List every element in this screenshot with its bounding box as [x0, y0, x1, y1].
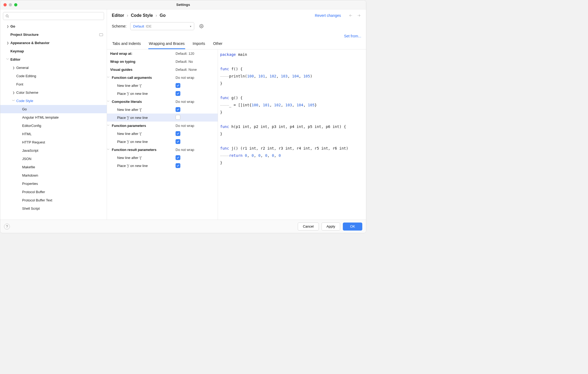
checkbox[interactable] [176, 155, 180, 160]
search-input-wrap[interactable] [3, 12, 104, 20]
chevron-icon: ﹀ [12, 99, 15, 103]
checkbox[interactable] [176, 83, 180, 88]
sidebar-item[interactable]: Properties [0, 180, 107, 188]
chevron-down-icon: ﹀ [107, 100, 110, 103]
breadcrumb-item[interactable]: Editor [112, 13, 124, 18]
sidebar-item-label: Appearance & Behavior [10, 41, 50, 45]
setting-row[interactable]: New line after '(' [107, 130, 218, 138]
setting-row[interactable]: Place ')' on new line [107, 89, 218, 98]
setting-row[interactable]: ﹀Function parametersDo not wrap [107, 122, 218, 130]
apply-button[interactable]: Apply [321, 223, 340, 231]
sidebar-item[interactable]: Project Structure [0, 30, 107, 39]
sidebar-item-label: Code Style [16, 99, 33, 103]
help-button[interactable]: ? [4, 224, 10, 229]
sidebar-item[interactable]: ﹀Editor [0, 55, 107, 64]
setting-name: Wrap on typing [110, 60, 135, 64]
breadcrumb-item[interactable]: Code Style [131, 13, 153, 18]
content-header: Editor › Code Style › Go Revert changes [107, 9, 366, 20]
setting-value[interactable]: Default: No [176, 60, 193, 64]
breadcrumb: Editor › Code Style › Go [112, 13, 166, 18]
sidebar-item[interactable]: ❯Go [0, 22, 107, 30]
titlebar: Settings [0, 0, 366, 9]
chevron-icon: ﹀ [6, 57, 9, 62]
setting-row[interactable]: New line after '{' [107, 106, 218, 114]
tab[interactable]: Other [213, 39, 223, 49]
sidebar-item[interactable]: HTTP Request [0, 138, 107, 146]
cancel-button[interactable]: Cancel [298, 223, 319, 231]
sidebar-item[interactable]: Shell Script [0, 204, 107, 213]
sidebar-item[interactable]: Keymap [0, 47, 107, 55]
search-input[interactable] [10, 14, 102, 18]
scheme-gear-button[interactable] [198, 23, 205, 30]
set-from-link[interactable]: Set from... [344, 34, 361, 38]
sidebar-item[interactable]: Protocol Buffer Text [0, 196, 107, 204]
sidebar-item[interactable]: Protocol Buffer [0, 188, 107, 196]
checkbox[interactable] [176, 115, 180, 120]
sidebar-item[interactable]: ❯General [0, 64, 107, 72]
setting-name: New line after '(' [117, 84, 142, 88]
setting-row[interactable]: New line after '(' [107, 154, 218, 162]
sidebar-item[interactable]: HTML [0, 130, 107, 138]
nav-back-icon[interactable] [348, 14, 353, 17]
setting-name: Visual guides [110, 68, 133, 72]
setting-value[interactable]: Default: None [176, 68, 197, 72]
sidebar-item-label: Go [22, 107, 27, 111]
setting-row[interactable]: Place ')' on new line [107, 138, 218, 146]
setting-row[interactable]: ﹀Composite literalsDo not wrap [107, 98, 218, 106]
setting-row[interactable]: ﹀Function result parametersDo not wrap [107, 146, 218, 154]
nav-forward-icon[interactable] [356, 14, 361, 17]
setting-row[interactable]: Hard wrap at:Default: 120 [107, 49, 218, 57]
sidebar-item[interactable]: Markdown [0, 171, 107, 180]
setting-row[interactable]: Place '}' on new line [107, 114, 218, 122]
chevron-down-icon: ﹀ [107, 124, 110, 127]
sidebar-item[interactable]: ❯Color Scheme [0, 88, 107, 97]
tab[interactable]: Wrapping and Braces [148, 39, 185, 49]
checkbox[interactable] [176, 91, 180, 96]
setting-row[interactable]: New line after '(' [107, 81, 218, 89]
revert-changes-link[interactable]: Revert changes [315, 13, 341, 18]
setting-value[interactable]: Do not wrap [176, 124, 194, 128]
checkbox[interactable] [176, 107, 180, 112]
checkbox[interactable] [176, 131, 180, 136]
sidebar-item-label: Font [16, 82, 23, 86]
setting-name: Function result parameters [112, 148, 157, 152]
sidebar-item[interactable]: Code Editing [0, 72, 107, 80]
checkbox[interactable] [176, 139, 180, 144]
gear-icon [199, 24, 204, 28]
sidebar-item[interactable]: JSON [0, 155, 107, 163]
sidebar-item[interactable]: Go [0, 105, 107, 113]
chevron-icon: ❯ [12, 66, 15, 69]
sidebar-item[interactable]: EditorConfig [0, 122, 107, 130]
ok-button[interactable]: OK [343, 223, 362, 231]
sidebar-item[interactable]: JavaScript [0, 146, 107, 155]
sidebar-item[interactable]: ﹀Code Style [0, 97, 107, 105]
setting-value[interactable]: Default: 120 [176, 52, 194, 56]
scheme-select[interactable]: Default IDE ▾ [130, 22, 194, 30]
setting-row[interactable]: Visual guidesDefault: None [107, 65, 218, 73]
chevron-down-icon: ﹀ [107, 148, 110, 151]
breadcrumb-item[interactable]: Go [160, 13, 166, 18]
sidebar-item[interactable]: Makefile [0, 163, 107, 171]
sidebar-item-label: Project Structure [10, 33, 38, 37]
sidebar-item-label: EditorConfig [22, 124, 41, 128]
setting-row[interactable]: Place ')' on new line [107, 162, 218, 170]
sidebar-item[interactable]: Angular HTML template [0, 113, 107, 122]
chevron-icon: ❯ [12, 91, 15, 94]
setting-row[interactable]: Wrap on typingDefault: No [107, 57, 218, 65]
sidebar-item[interactable]: ❯Appearance & Behavior [0, 39, 107, 47]
sidebar-item-label: Color Scheme [16, 91, 38, 95]
chevron-down-icon: ▾ [190, 25, 191, 28]
sidebar-item-label: Makefile [22, 165, 35, 169]
scheme-value: Default [133, 24, 144, 28]
svg-point-4 [201, 26, 202, 27]
setting-value[interactable]: Do not wrap [176, 148, 194, 152]
setting-row[interactable]: ﹀Function call argumentsDo not wrap [107, 73, 218, 81]
setting-name: Place ')' on new line [117, 92, 148, 96]
setting-value[interactable]: Do not wrap [176, 100, 194, 104]
setting-value[interactable]: Do not wrap [176, 76, 194, 80]
tab[interactable]: Tabs and Indents [112, 39, 141, 49]
tab[interactable]: Imports [192, 39, 206, 49]
checkbox[interactable] [176, 163, 180, 168]
sidebar: ❯GoProject Structure❯Appearance & Behavi… [0, 9, 107, 220]
sidebar-item[interactable]: Font [0, 80, 107, 88]
